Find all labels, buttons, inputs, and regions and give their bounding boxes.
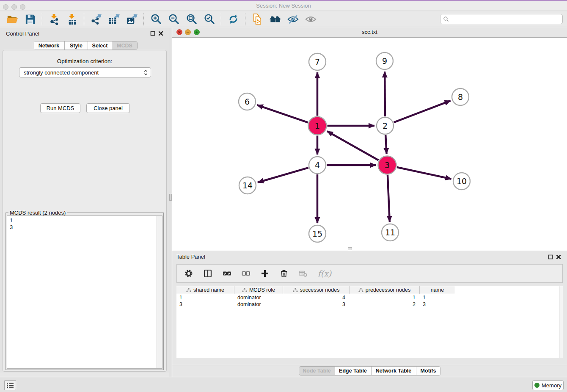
window-minimize-icon[interactable] [11,4,17,10]
svg-text:6: 6 [245,97,250,106]
node-14[interactable]: 14 [239,177,256,194]
tab-style[interactable]: Style [64,41,88,50]
deselect-all-icon[interactable] [241,268,251,279]
node-7[interactable]: 7 [309,53,326,70]
select-all-icon[interactable] [222,268,232,279]
column-header-MCDS-role[interactable]: MCDS role [234,286,283,294]
svg-text:8: 8 [458,92,463,102]
mcds-tab-content: Optimization criterion: strongly connect… [3,50,167,372]
memory-button[interactable]: Memory [532,380,564,390]
splitter-handle[interactable] [169,194,172,201]
show-all-icon[interactable] [304,13,317,26]
node-9[interactable]: 9 [376,52,393,69]
add-row-icon[interactable] [260,268,270,279]
zoom-in-icon[interactable] [149,13,162,26]
task-history-button[interactable] [4,380,16,390]
node-10[interactable]: 10 [453,173,470,190]
svg-text:9: 9 [382,56,387,66]
zoom-out-icon[interactable] [167,13,180,26]
node-11[interactable]: 11 [382,224,399,241]
edge-2-3[interactable] [385,135,386,154]
delete-row-trash-icon[interactable] [279,268,289,279]
table-row[interactable]: 1dominator411 [176,294,563,301]
cell: 4 [283,294,350,301]
svg-text:1: 1 [315,121,320,130]
svg-text:7: 7 [315,57,320,66]
search-input[interactable] [451,16,560,22]
zoom-selected-icon[interactable] [202,13,216,26]
node-1[interactable]: 1 [308,117,327,135]
column-header-predecessor-nodes[interactable]: predecessor nodes [350,286,420,294]
import-network-icon[interactable] [47,13,61,26]
export-network-icon[interactable] [89,13,103,26]
close-panel-button[interactable]: Close panel [86,103,130,113]
float-panel-icon[interactable] [150,31,155,36]
zoom-fit-icon[interactable] [184,13,198,26]
node-6[interactable]: 6 [239,93,256,110]
node-2[interactable]: 2 [377,117,394,134]
table-row[interactable]: 3dominator323 [176,301,563,308]
result-line: 1 [10,217,160,224]
edge-3-10[interactable] [397,167,451,179]
home-view-icon[interactable] [268,13,282,26]
mcds-document-icon[interactable] [250,13,264,26]
network-close-icon[interactable] [176,29,182,35]
result-scrollbar[interactable] [157,216,162,368]
node-8[interactable]: 8 [452,88,469,105]
tab-motifs[interactable]: Motifs [416,367,440,375]
tab-mcds[interactable]: MCDS [112,41,137,50]
network-minimize-icon[interactable] [185,29,191,35]
run-mcds-button[interactable]: Run MCDS [40,103,80,113]
hide-selected-icon[interactable] [286,13,300,26]
column-header-shared-name[interactable]: shared name [176,286,234,294]
open-session-icon[interactable] [6,13,19,26]
column-header-name[interactable]: name [420,286,455,294]
node-15[interactable]: 15 [309,225,326,242]
node-table[interactable]: shared nameMCDS rolesuccessor nodesprede… [176,286,563,358]
toolbar-separator [42,13,42,26]
edge-2-9[interactable] [385,72,385,116]
mcds-result-area[interactable]: 1 3 [7,215,162,369]
tab-node-table[interactable]: Node Table [299,367,335,375]
network-window-titlebar[interactable]: scc.txt [172,27,567,38]
tab-network-table[interactable]: Network Table [371,367,416,375]
edge-4-14[interactable] [258,168,308,182]
show-column-icon[interactable] [203,268,213,279]
node-4[interactable]: 4 [309,157,326,174]
edge-3-1[interactable] [327,131,378,160]
panel-splitter[interactable] [169,28,172,377]
delete-table-icon[interactable] [298,268,308,279]
tab-select[interactable]: Select [88,41,112,50]
close-table-panel-icon[interactable] [556,254,561,259]
network-canvas[interactable]: 7968124314101511 [172,38,567,251]
edge-3-11[interactable] [388,175,390,222]
tab-edge-table[interactable]: Edge Table [335,367,371,375]
edge-1-6[interactable] [257,105,308,122]
table-settings-gear-icon[interactable] [184,268,194,279]
tab-network[interactable]: Network [33,41,64,50]
export-table-icon[interactable] [107,13,121,26]
svg-text:2: 2 [383,121,388,130]
import-table-icon[interactable] [65,13,79,26]
close-panel-icon[interactable] [158,31,163,36]
table-tabstrip: Node TableEdge TableNetwork TableMotifs [172,365,567,376]
export-image-icon[interactable] [125,13,138,26]
refresh-layout-icon[interactable] [226,13,240,26]
function-builder-icon[interactable]: f(x) [317,268,332,279]
column-header-successor-nodes[interactable]: successor nodes [283,286,350,294]
search-field[interactable] [440,14,563,24]
cell: 3 [283,301,350,308]
network-zoom-icon[interactable] [194,29,200,35]
float-table-panel-icon[interactable] [548,254,553,259]
edge-2-8[interactable] [394,101,451,122]
window-zoom-icon[interactable] [20,4,25,10]
window-close-icon[interactable] [3,4,8,10]
list-icon [6,382,14,388]
node-3[interactable]: 3 [378,156,396,174]
save-session-icon[interactable] [23,13,37,26]
select-chevrons-icon [144,69,148,76]
status-bar: Memory [0,377,567,392]
criterion-select[interactable]: strongly connected component [19,67,151,77]
horizontal-splitter-handle[interactable] [348,247,352,250]
table-scrollbar[interactable] [559,286,563,358]
